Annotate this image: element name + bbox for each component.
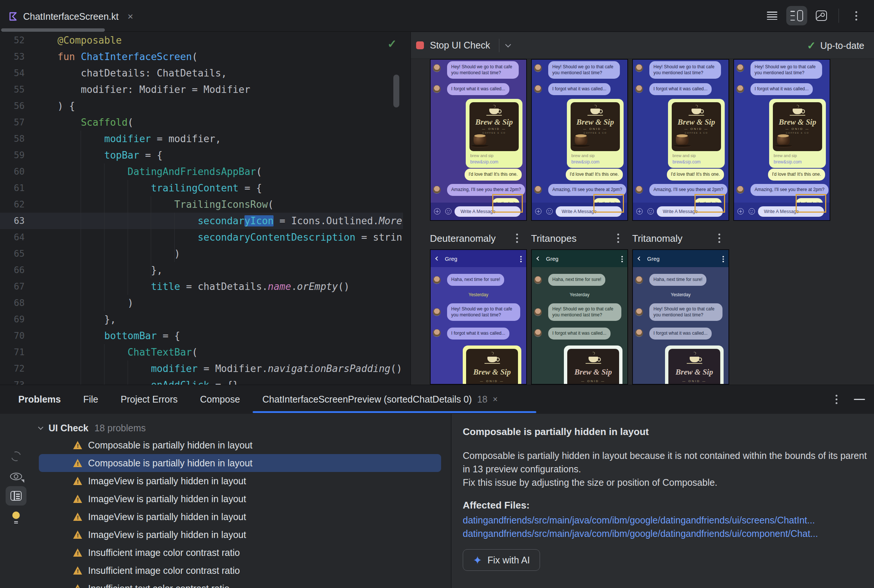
preview-canvas[interactable]: Hey! Should we go to that cafe you menti… <box>411 59 874 385</box>
chat-bubble-incoming: I forgot what it was called... <box>548 83 611 95</box>
line-number[interactable]: 52 <box>0 35 25 45</box>
chat-bubble-incoming: I forgot what it was called... <box>447 328 509 339</box>
preview-variant-menu-icon[interactable] <box>718 234 721 243</box>
tab-chatinterfacescreenpreview-sortedchatdet[interactable]: ChatInterfaceScreenPreview (sortedChatDe… <box>262 394 498 405</box>
toolbar-divider <box>499 39 499 52</box>
line-number[interactable]: 55 <box>0 84 25 95</box>
line-number[interactable]: 54 <box>0 68 25 78</box>
avatar <box>433 276 441 284</box>
line-number[interactable]: 60 <box>0 166 25 177</box>
editor-tab-chatinterfacescreen[interactable]: ChatInterfaceScreen.kt × <box>8 8 133 26</box>
affected-file-link[interactable]: datingandfriends/src/main/java/com/ibm/g… <box>463 516 868 525</box>
tab-close-icon[interactable]: × <box>493 394 497 404</box>
steam-icon <box>593 104 597 108</box>
minimize-panel-icon[interactable] <box>854 399 865 400</box>
problem-item[interactable]: ImageView is partially hidden in layout <box>39 490 441 508</box>
tab-strip-scrollbar[interactable] <box>1 28 105 32</box>
preview-variant-menu-icon[interactable] <box>617 234 619 243</box>
split-view-icon <box>790 10 803 21</box>
refresh-button[interactable] <box>6 447 27 466</box>
affected-file-link[interactable]: datingandfriends/src/main/java/com/ibm/g… <box>463 529 868 538</box>
line-number[interactable]: 62 <box>0 199 25 210</box>
problem-item[interactable]: ImageView is partially hidden in layout <box>39 472 441 490</box>
line-number[interactable]: 57 <box>0 117 25 128</box>
panel-options-icon[interactable] <box>835 395 838 404</box>
tab-problems[interactable]: Problems <box>18 394 61 405</box>
line-number[interactable]: 63 <box>0 216 25 226</box>
card-sub-text: — ONID — <box>668 380 720 383</box>
problem-item[interactable]: Composable is partially hidden in layout <box>39 436 441 454</box>
code-text: topBar = { <box>25 150 163 161</box>
tab-project-errors[interactable]: Project Errors <box>120 394 178 405</box>
preview-phone-row1-3[interactable]: Hey! Should we go to that cafe you menti… <box>632 59 729 221</box>
preview-phone-tritanopes[interactable]: Greg Haha, next time for sure! Yesterday… <box>531 249 628 385</box>
problems-group-row[interactable]: UI Check 18 problems <box>39 420 146 436</box>
link-preview-card: Brew & Sip — ONID — COFFEE & CO <box>665 345 724 385</box>
line-number[interactable]: 72 <box>0 363 25 374</box>
inspections-ok-icon[interactable]: ✓ <box>387 37 397 50</box>
preview-phone-tritanomaly[interactable]: Greg Haha, next time for sure! Yesterday… <box>632 249 729 385</box>
preview-phone-row1-1[interactable]: Hey! Should we go to that cafe you menti… <box>430 59 527 221</box>
line-number[interactable]: 68 <box>0 298 25 308</box>
eye-icon <box>10 473 22 480</box>
layout-panel-button[interactable] <box>6 486 27 506</box>
line-number[interactable]: 70 <box>0 331 25 341</box>
line-number[interactable]: 67 <box>0 281 25 292</box>
editor-tab-title: ChatInterfaceScreen.kt <box>23 11 119 22</box>
problem-item[interactable]: Insufficient image color contrast ratio <box>39 561 441 579</box>
tab-file[interactable]: File <box>83 394 98 405</box>
code-text: secondaryContentDescription = strin <box>25 232 402 243</box>
line-number[interactable]: 65 <box>0 249 25 259</box>
problem-item[interactable]: ImageView is partially hidden in layout <box>39 526 441 544</box>
tab-close-icon[interactable]: × <box>128 11 133 22</box>
chat-bubble-incoming: I forgot what it was called... <box>649 328 712 339</box>
code-view-button[interactable] <box>762 6 782 26</box>
line-number[interactable]: 56 <box>0 101 25 111</box>
editor-more-menu-button[interactable] <box>845 6 866 26</box>
ui-check-toolbar: Stop UI Check ✓ Up-to-date <box>411 32 874 59</box>
line-number[interactable]: 66 <box>0 265 25 275</box>
editor-vertical-scrollbar[interactable] <box>393 75 399 108</box>
line-number[interactable]: 61 <box>0 183 25 193</box>
stop-ui-check-button[interactable]: Stop UI Check <box>416 40 490 51</box>
preview-phone-row1-4[interactable]: Hey! Should we go to that cafe you menti… <box>733 59 830 221</box>
code-text: @Composable <box>25 35 122 46</box>
chevron-down-icon[interactable] <box>505 41 511 47</box>
tab-compose[interactable]: Compose <box>200 394 240 405</box>
code-editor[interactable]: 52@Composable53fun ChatInterfaceScreen(5… <box>0 32 403 385</box>
code-text: DatingAndFriendsAppBar( <box>25 166 262 177</box>
line-number[interactable]: 71 <box>0 347 25 357</box>
card-brand-text: Brew & Sip <box>567 368 619 377</box>
card-image: Brew & Sip — ONID — COFFEE & CO <box>773 102 822 151</box>
preview-phone-deuteranomaly[interactable]: Greg Haha, next time for sure! Yesterday… <box>430 249 527 385</box>
card-sub-text: — ONID — <box>567 380 619 383</box>
line-number[interactable]: 59 <box>0 150 25 160</box>
code-line-63: 63 secondaryIcon = Icons.Outlined.More <box>0 213 403 229</box>
line-number[interactable]: 69 <box>0 314 25 325</box>
fix-with-ai-button[interactable]: ✦ Fix with AI <box>463 549 540 571</box>
problem-item[interactable]: ImageView is partially hidden in layout <box>39 508 441 526</box>
design-view-button[interactable] <box>811 6 832 26</box>
code-line-68: 68 ) <box>0 295 403 311</box>
problem-item[interactable]: Insufficient text color contrast ratio <box>39 579 441 588</box>
avatar <box>433 64 441 72</box>
preview-filter-button[interactable] <box>6 467 27 486</box>
line-number[interactable]: 64 <box>0 232 25 243</box>
preview-phone-row1-2[interactable]: Hey! Should we go to that cafe you menti… <box>531 59 628 221</box>
quick-fix-button[interactable] <box>6 506 27 525</box>
indent-guide <box>104 344 105 385</box>
avatar <box>736 85 744 93</box>
coffee-mug-photo <box>676 135 689 145</box>
code-view-icon <box>767 12 777 20</box>
line-number[interactable]: 73 <box>0 380 25 385</box>
problem-item[interactable]: Composable is partially hidden in layout <box>39 454 441 472</box>
problem-item[interactable]: Insufficient image color contrast ratio <box>39 544 441 561</box>
link-preview-card: Brew & Sip — ONID — COFFEE & CO <box>564 345 622 385</box>
chat-bubble-incoming: I forgot what it was called... <box>649 83 712 95</box>
avatar <box>534 64 542 72</box>
emoji-icon <box>546 208 553 214</box>
line-number[interactable]: 53 <box>0 51 25 62</box>
line-number[interactable]: 58 <box>0 134 25 144</box>
split-view-button[interactable] <box>786 6 807 26</box>
preview-variant-menu-icon[interactable] <box>516 234 518 243</box>
